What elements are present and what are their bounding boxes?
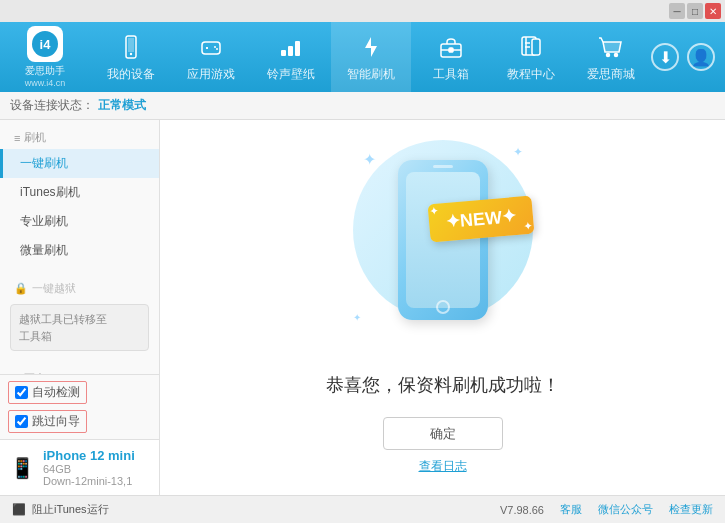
via-wizard-checkbox[interactable]: 跳过向导 <box>8 410 87 433</box>
nav-smart-flash[interactable]: 智能刷机 <box>331 22 411 92</box>
stop-itunes-icon: ⬛ <box>12 503 26 516</box>
ringtone-icon <box>276 32 306 62</box>
nav-ringtone-label: 铃声壁纸 <box>267 66 315 83</box>
version-text: V7.98.66 <box>500 504 544 516</box>
nav-toolbox[interactable]: 工具箱 <box>411 22 491 92</box>
tutorial-icon <box>516 32 546 62</box>
nav-my-device-label: 我的设备 <box>107 66 155 83</box>
smart-flash-icon <box>356 32 386 62</box>
svg-point-20 <box>606 53 609 56</box>
star2-icon: ✦ <box>513 145 523 159</box>
sidebar-section-more: ≡ 更多 其他工具 下载固件 高级功能 <box>0 361 159 374</box>
app-layout: ≡ 刷机 一键刷机 iTunes刷机 专业刷机 微量刷机 <box>0 120 725 523</box>
shop-icon <box>596 32 626 62</box>
auto-detect-label: 自动检测 <box>32 384 80 401</box>
stop-itunes-button[interactable]: 阻止iTunes运行 <box>32 502 109 517</box>
content-area: ✦ ✦ ✦ ✦NEW✦ 恭喜您，保资料刷机成功啦！ 确定 查看日志 <box>160 120 725 495</box>
svg-point-9 <box>216 48 218 50</box>
svg-text:i4: i4 <box>40 37 52 52</box>
sidebar-section-more-title: ≡ 更多 <box>0 367 159 374</box>
flash-section-icon: ≡ <box>14 132 20 144</box>
svg-rect-17 <box>532 39 540 55</box>
success-illustration: ✦ ✦ ✦ ✦NEW✦ <box>343 140 543 353</box>
svg-rect-12 <box>295 41 300 56</box>
device-phone-icon: 📱 <box>10 456 35 480</box>
svg-rect-11 <box>288 46 293 56</box>
auto-detect-checkbox[interactable]: 自动检测 <box>8 381 87 404</box>
auto-detect-input[interactable] <box>15 386 28 399</box>
logo-name: 爱思助手 www.i4.cn <box>25 64 66 88</box>
sidebar: ≡ 刷机 一键刷机 iTunes刷机 专业刷机 微量刷机 <box>0 120 159 374</box>
device-storage: 64GB <box>43 463 135 475</box>
sidebar-item-pro-flash[interactable]: 专业刷机 <box>0 207 159 236</box>
toolbox-icon <box>436 32 466 62</box>
jailbreak-notice: 越狱工具已转移至工具箱 <box>10 304 149 351</box>
nav-app-game-label: 应用游戏 <box>187 66 235 83</box>
sidebar-item-itunes-flash[interactable]: iTunes刷机 <box>0 178 159 207</box>
success-text: 恭喜您，保资料刷机成功啦！ <box>326 373 560 397</box>
nav-ringtone[interactable]: 铃声壁纸 <box>251 22 331 92</box>
status-footer-left: ⬛ 阻止iTunes运行 <box>12 502 480 517</box>
sidebar-section-flash-title: ≡ 刷机 <box>0 126 159 149</box>
nav-shop[interactable]: 爱思商城 <box>571 22 651 92</box>
sidebar-section-flash: ≡ 刷机 一键刷机 iTunes刷机 专业刷机 微量刷机 <box>0 120 159 271</box>
status-value: 正常模式 <box>98 97 146 114</box>
svg-point-4 <box>129 52 131 54</box>
nav-app-game[interactable]: 应用游戏 <box>171 22 251 92</box>
wechat-link[interactable]: 微信公众号 <box>598 502 653 517</box>
svg-rect-3 <box>128 38 134 52</box>
status-footer-right: V7.98.66 客服 微信公众号 检查更新 <box>500 502 713 517</box>
nav-shop-label: 爱思商城 <box>587 66 635 83</box>
status-bar: 设备连接状态： 正常模式 <box>0 92 725 120</box>
nav-tutorial-label: 教程中心 <box>507 66 555 83</box>
sidebar-section-jailbreak: 🔒 一键越狱 越狱工具已转移至工具箱 <box>0 271 159 361</box>
nav-tutorial[interactable]: 教程中心 <box>491 22 571 92</box>
header: i4 爱思助手 www.i4.cn 我的设备 <box>0 22 725 92</box>
app-body: ≡ 刷机 一键刷机 iTunes刷机 专业刷机 微量刷机 <box>0 120 725 495</box>
confirm-button[interactable]: 确定 <box>383 417 503 450</box>
sidebar-item-save-flash[interactable]: 微量刷机 <box>0 236 159 265</box>
sidebar-wrapper: ≡ 刷机 一键刷机 iTunes刷机 专业刷机 微量刷机 <box>0 120 160 495</box>
device-version: Down-12mini-13,1 <box>43 475 135 487</box>
svg-rect-15 <box>449 48 453 52</box>
status-footer: ⬛ 阻止iTunes运行 V7.98.66 客服 微信公众号 检查更新 <box>0 495 725 523</box>
svg-rect-10 <box>281 50 286 56</box>
goto-log-link[interactable]: 查看日志 <box>419 458 467 475</box>
svg-point-21 <box>614 53 617 56</box>
title-bar: ─ □ ✕ <box>0 0 725 22</box>
svg-rect-5 <box>202 42 220 54</box>
status-label: 设备连接状态： <box>10 97 94 114</box>
jailbreak-icon: 🔒 <box>14 282 28 295</box>
nav-my-device[interactable]: 我的设备 <box>91 22 171 92</box>
check-update-link[interactable]: 检查更新 <box>669 502 713 517</box>
logo-name-text: 爱思助手 <box>25 64 66 78</box>
device-name: iPhone 12 mini <box>43 448 135 463</box>
sidebar-item-one-key-flash[interactable]: 一键刷机 <box>0 149 159 178</box>
maximize-button[interactable]: □ <box>687 3 703 19</box>
minimize-button[interactable]: ─ <box>669 3 685 19</box>
download-button[interactable]: ⬇ <box>651 43 679 71</box>
device-panel: 📱 iPhone 12 mini 64GB Down-12mini-13,1 <box>0 439 159 495</box>
nav: 我的设备 应用游戏 铃声壁纸 <box>90 22 651 92</box>
nav-toolbox-label: 工具箱 <box>433 66 469 83</box>
nav-right: ⬇ 👤 <box>651 43 725 71</box>
customer-service-link[interactable]: 客服 <box>560 502 582 517</box>
logo[interactable]: i4 爱思助手 www.i4.cn <box>0 22 90 92</box>
close-button[interactable]: ✕ <box>705 3 721 19</box>
user-button[interactable]: 👤 <box>687 43 715 71</box>
via-wizard-input[interactable] <box>15 415 28 428</box>
logo-url: www.i4.cn <box>25 78 66 88</box>
svg-point-8 <box>214 46 216 48</box>
star1-icon: ✦ <box>363 150 376 169</box>
app-game-icon <box>196 32 226 62</box>
my-device-icon <box>116 32 146 62</box>
nav-smart-flash-label: 智能刷机 <box>347 66 395 83</box>
device-info: iPhone 12 mini 64GB Down-12mini-13,1 <box>43 448 135 487</box>
phone-home-button <box>436 300 450 314</box>
via-wizard-label: 跳过向导 <box>32 413 80 430</box>
star3-icon: ✦ <box>353 312 361 323</box>
sidebar-section-jailbreak-title: 🔒 一键越狱 <box>0 277 159 300</box>
checkbox-panel: 自动检测 跳过向导 <box>0 374 159 439</box>
logo-icon: i4 <box>27 26 63 62</box>
